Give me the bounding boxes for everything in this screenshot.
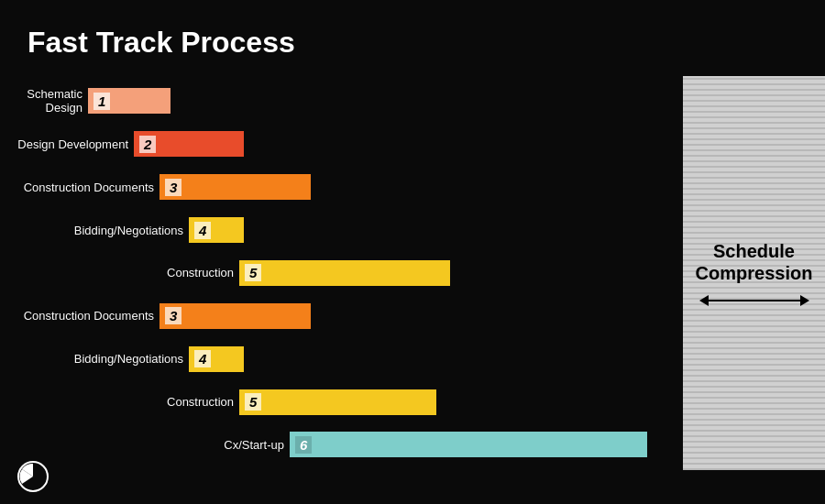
bar-bidding-2: 4 xyxy=(189,346,244,372)
bar-number-2: 2 xyxy=(139,136,156,153)
arrow-head-right-icon xyxy=(800,295,809,306)
bar-number-3a: 3 xyxy=(165,179,182,196)
arrow-head-left-icon xyxy=(699,295,709,306)
compression-title: Schedule Compression xyxy=(683,240,825,284)
bar-design-development: 2 xyxy=(134,131,244,157)
label-cx-startup: Cx/Start-up xyxy=(202,438,284,452)
bar-schematic-design: 1 xyxy=(88,88,170,114)
page-title: Fast Track Process xyxy=(0,0,825,76)
bar-number-5a: 5 xyxy=(245,264,261,281)
row-bidding-1: Bidding/Negotiations 4 xyxy=(46,211,683,249)
compression-arrow xyxy=(699,295,809,306)
label-construction-docs-1: Construction Documents xyxy=(0,181,154,194)
bar-bidding-1: 4 xyxy=(189,217,244,243)
label-construction-1: Construction xyxy=(142,266,234,279)
row-construction-docs-2: Construction Documents 3 xyxy=(0,297,683,335)
row-schematic-design: SchematicDesign 1 xyxy=(0,82,683,120)
bar-construction-2: 5 xyxy=(239,389,436,415)
bar-number-4a: 4 xyxy=(194,222,211,239)
label-design-development: Design Development xyxy=(0,137,128,151)
bar-cx-startup: 6 xyxy=(290,432,647,457)
row-construction-1: Construction 5 xyxy=(142,254,683,292)
row-design-development: Design Development 2 xyxy=(0,125,683,163)
label-construction-2: Construction xyxy=(142,395,234,409)
bar-number-4b: 4 xyxy=(194,350,211,367)
row-cx-startup: Cx/Start-up 6 xyxy=(202,425,683,464)
row-bidding-2: Bidding/Negotiations 4 xyxy=(46,340,683,378)
label-bidding-1: Bidding/Negotiations xyxy=(46,224,183,237)
bar-number-3b: 3 xyxy=(165,307,182,324)
bar-construction-docs-1: 3 xyxy=(160,174,311,200)
row-construction-2: Construction 5 xyxy=(142,383,683,422)
bar-number-1: 1 xyxy=(94,93,110,110)
arrow-shaft xyxy=(709,300,800,301)
row-construction-docs-1: Construction Documents 3 xyxy=(0,168,683,206)
logo xyxy=(16,460,50,493)
chart-area: SchematicDesign 1 Design Development 2 C… xyxy=(0,76,825,470)
label-construction-docs-2: Construction Documents xyxy=(0,309,154,323)
bar-number-6: 6 xyxy=(295,436,312,454)
label-schematic-design: SchematicDesign xyxy=(0,87,82,115)
rows-container: SchematicDesign 1 Design Development 2 C… xyxy=(0,76,683,470)
bar-construction-1: 5 xyxy=(239,260,450,286)
bar-number-5b: 5 xyxy=(245,393,261,411)
compression-panel: Schedule Compression xyxy=(683,76,825,470)
bar-construction-docs-2: 3 xyxy=(160,303,311,329)
label-bidding-2: Bidding/Negotiations xyxy=(46,352,183,366)
